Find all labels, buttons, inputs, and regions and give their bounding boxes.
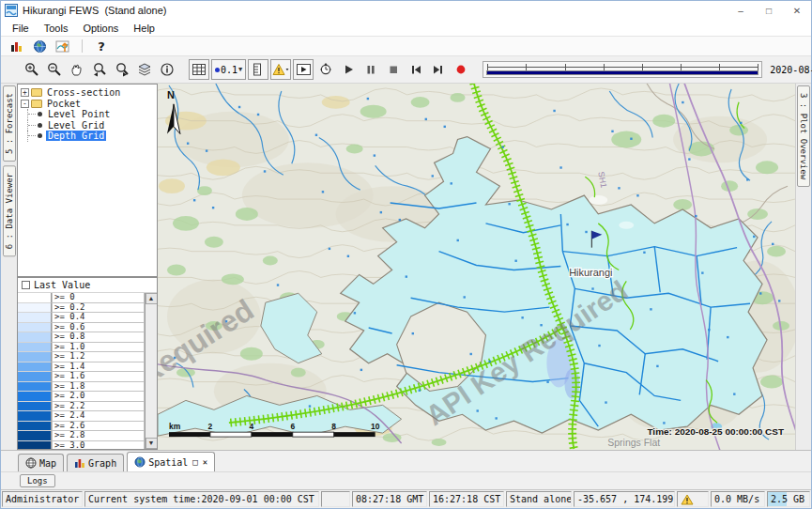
chevron-down-icon: ▼ — [238, 66, 242, 73]
tab-data-viewer[interactable]: 6 : Data Viewer — [3, 165, 16, 256]
legend-row[interactable]: >= 2.0 — [18, 392, 145, 402]
svg-text:6: 6 — [290, 422, 295, 431]
legend-threshold-label: >= 3.0 — [52, 441, 145, 450]
map-globe-icon[interactable] — [31, 39, 48, 54]
legend-threshold-label: >= 2.8 — [52, 431, 145, 441]
legend-scrollbar[interactable]: ▲ ▼ — [145, 293, 157, 449]
layers-icon[interactable] — [134, 59, 155, 80]
info-icon[interactable] — [157, 59, 177, 80]
database-viewer-icon[interactable] — [8, 39, 24, 54]
globe-icon — [25, 457, 37, 469]
collapse-icon[interactable]: - — [21, 100, 29, 108]
legend-color-swatch — [18, 303, 52, 314]
play-button[interactable] — [338, 59, 359, 80]
legend-row[interactable]: >= 0.8 — [18, 332, 145, 343]
menu-help[interactable]: Help — [126, 23, 162, 34]
legend-row[interactable]: >= 2.8 — [18, 431, 145, 441]
status-bar: Administrator Current system time:2020-0… — [1, 489, 811, 508]
legend-row[interactable]: >= 2.4 — [18, 411, 145, 422]
status-memory: 2.5 GB — [767, 491, 810, 507]
animation-panel-button[interactable] — [293, 59, 314, 80]
time-slider[interactable] — [483, 61, 762, 78]
menu-file[interactable]: File — [5, 23, 37, 34]
legend-color-swatch — [18, 422, 52, 432]
legend-row[interactable]: >= 1.2 — [18, 352, 145, 362]
last-value-label: Last Value — [34, 280, 90, 290]
tree-item-label: Depth Grid — [46, 131, 106, 141]
left-tab-strip: 5 : Forecast 6 : Data Viewer — [1, 84, 17, 450]
status-system-time: Current system time:2020-09-01 00:00 CST — [84, 491, 319, 507]
legend-color-swatch — [18, 431, 52, 441]
legend-color-swatch — [18, 313, 52, 323]
legend-row[interactable]: >= 0 — [18, 293, 145, 303]
tab-forecast[interactable]: 5 : Forecast — [3, 85, 16, 162]
tab-plot-overview[interactable]: 3 : Plot Overview — [797, 85, 810, 187]
status-user: Administrator — [2, 491, 83, 507]
tab-maximize-icon[interactable]: □ — [192, 457, 197, 467]
tree-item[interactable]: Depth Grid — [21, 131, 157, 142]
legend-row[interactable]: >= 3.0 — [18, 441, 145, 450]
map-toolbar: 0.1 ▼ 2020 — [1, 56, 811, 84]
pause-button[interactable] — [360, 59, 381, 80]
scroll-up-icon[interactable]: ▲ — [146, 293, 158, 304]
menu-tools[interactable]: Tools — [37, 23, 76, 34]
legend-row[interactable]: >= 0.4 — [18, 313, 145, 323]
stop-button[interactable] — [383, 59, 404, 80]
data-viewer-panel: +Cross-section-PocketLevel PointLevel Gr… — [17, 84, 158, 450]
legend-color-swatch — [18, 323, 52, 333]
close-button[interactable]: ✕ — [783, 1, 811, 20]
pan-icon[interactable] — [67, 59, 87, 80]
legend-color-swatch — [18, 372, 52, 382]
zoom-previous-icon[interactable] — [89, 59, 110, 80]
step-back-button[interactable] — [406, 59, 426, 80]
status-transfer-rate: 0.0 MB/s — [711, 491, 765, 507]
tab-graph[interactable]: Graph — [67, 454, 124, 471]
folder-icon — [31, 88, 42, 97]
timer-settings-icon[interactable] — [315, 59, 336, 80]
status-warning-icon[interactable] — [677, 491, 709, 507]
leaf-bullet-icon — [38, 112, 42, 116]
svg-text:N: N — [167, 89, 175, 100]
tree-item[interactable]: Level Grid — [21, 120, 157, 131]
status-mode: Stand alone — [506, 491, 572, 507]
window-title: Hikurangi FEWS (Stand alone) — [23, 5, 166, 16]
warning-dropdown[interactable] — [270, 59, 291, 80]
record-button[interactable] — [451, 59, 471, 80]
menu-options[interactable]: Options — [75, 23, 126, 34]
legend-color-swatch — [18, 441, 52, 450]
scroll-down-icon[interactable]: ▼ — [146, 438, 158, 449]
zoom-out-icon[interactable] — [44, 59, 65, 80]
logs-button[interactable]: Logs — [20, 474, 55, 487]
logs-row: Logs — [1, 471, 811, 489]
help-button[interactable]: ? — [93, 39, 110, 54]
tree-item-label: Level Point — [46, 109, 112, 119]
folder-icon — [31, 100, 42, 108]
last-value-checkbox[interactable] — [22, 281, 30, 289]
legend-color-swatch — [18, 382, 52, 393]
toolbar-separator — [82, 39, 83, 53]
minimize-button[interactable]: – — [727, 1, 755, 20]
classification-button[interactable] — [248, 59, 268, 80]
svg-text:km: km — [169, 422, 180, 431]
leaf-bullet-icon — [38, 123, 42, 128]
point-size-dropdown[interactable]: 0.1 ▼ — [211, 59, 246, 80]
tree-item[interactable]: +Cross-section — [21, 87, 157, 99]
map-view[interactable]: N km 2 4 6 8 10 Hikurangi — [158, 84, 795, 450]
spatial-display-icon[interactable] — [54, 39, 71, 54]
tree-item[interactable]: Level Point — [21, 109, 157, 120]
grid-display-button[interactable] — [189, 59, 209, 80]
tab-close-icon[interactable]: ✕ — [203, 457, 207, 467]
legend-row[interactable]: >= 1.6 — [18, 372, 145, 382]
expand-icon[interactable]: + — [21, 88, 29, 97]
tab-spatial[interactable]: Spatial □ ✕ — [127, 452, 215, 471]
status-local-time: 16:27:18 CST — [429, 491, 504, 507]
zoom-in-icon[interactable] — [22, 59, 42, 80]
step-forward-button[interactable] — [428, 59, 449, 80]
tab-map[interactable]: Map — [18, 454, 64, 471]
zoom-next-icon[interactable] — [112, 59, 132, 80]
app-icon — [5, 4, 18, 17]
main-toolbar: ? — [1, 37, 811, 56]
maximize-button[interactable]: □ — [755, 1, 783, 20]
app-window: Hikurangi FEWS (Stand alone) – □ ✕ File … — [0, 0, 812, 509]
tree-item[interactable]: -Pocket — [21, 99, 157, 110]
